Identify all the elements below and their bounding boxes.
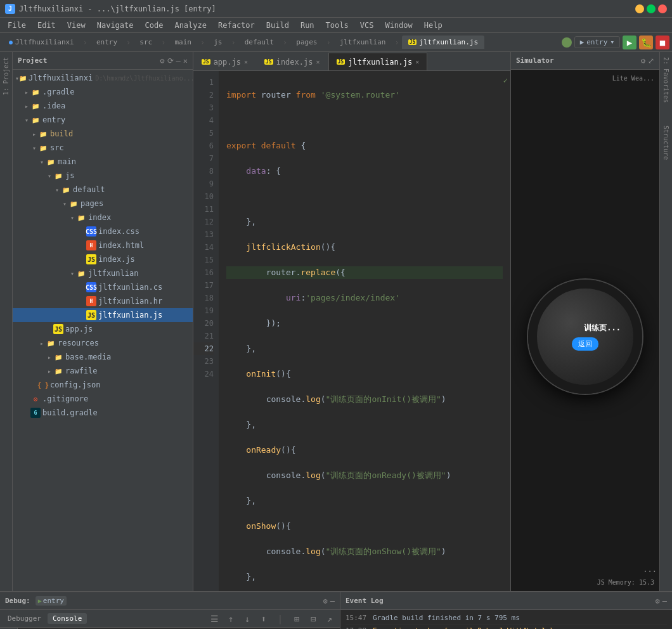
tree-item-rawfile[interactable]: ▸ 📁 rawfile: [13, 364, 193, 378]
tree-item-jltfxunlian-js[interactable]: JS jltfxunlian.js: [13, 308, 193, 322]
watch-back-button[interactable]: 返回: [572, 337, 598, 351]
tree-item-resources[interactable]: ▸ 📁 resources: [13, 336, 193, 350]
project-tab-entry[interactable]: entry: [90, 36, 124, 49]
project-tab-jltfhuxilianxi[interactable]: ● Jltfhuxilianxi: [3, 36, 81, 49]
tree-item-index-html[interactable]: H index.html: [13, 238, 193, 252]
simulator-expand-icon[interactable]: ⤢: [648, 56, 654, 65]
menu-code[interactable]: Code: [140, 20, 169, 31]
debug-settings-icon[interactable]: ⚙: [323, 597, 328, 606]
project-tab-main[interactable]: main: [168, 36, 198, 49]
tree-item-js[interactable]: ▾ 📁 js: [13, 169, 193, 183]
tree-item-jltfxunlian-html[interactable]: H jltfxunlian.hr: [13, 294, 193, 308]
tree-item-gradle-dir[interactable]: ▸ 📁 .gradle: [13, 85, 193, 99]
arrow-icon: ▾: [61, 200, 68, 207]
structure-tab[interactable]: Structure: [662, 123, 669, 162]
project-tab-default[interactable]: default: [238, 36, 280, 49]
project-tab-pages[interactable]: pages: [290, 36, 323, 49]
project-tab-js[interactable]: js: [207, 36, 228, 49]
minimize-button[interactable]: [635, 4, 644, 13]
tree-item-index-js[interactable]: JS index.js: [13, 252, 193, 266]
event-close-icon[interactable]: —: [662, 597, 667, 606]
maximize-button[interactable]: [647, 4, 656, 13]
stop-button[interactable]: ■: [656, 36, 669, 49]
menu-view[interactable]: View: [62, 20, 91, 31]
tree-item-entry[interactable]: ▾ 📁 entry: [13, 113, 193, 127]
editor-tab-jltfxunlianjs[interactable]: JS jltfxunlian.js ✕: [328, 53, 428, 70]
menu-refactor[interactable]: Refactor: [213, 20, 260, 31]
debug-tool-filter[interactable]: ⊟: [306, 611, 321, 626]
gradle-icon: G: [30, 408, 41, 418]
console-tab-btn[interactable]: Console: [48, 613, 87, 624]
menu-run[interactable]: Run: [295, 20, 320, 31]
tree-item-index-css[interactable]: CSS index.css: [13, 224, 193, 238]
simulator-panel: Simulator ⚙ ⤢ Lite Wea... 14 14 训练页... 返…: [510, 52, 659, 591]
event-row-2: 17:28 Executing tasks: [compileDebugJsWi…: [346, 625, 667, 629]
project-tab-src[interactable]: src: [133, 36, 158, 49]
debug-entry-tab[interactable]: ▶ entry: [36, 596, 67, 606]
debug-tool-up1[interactable]: ↑: [223, 611, 238, 626]
menu-edit[interactable]: Edit: [32, 20, 61, 31]
project-tab-jltfxunlian-js[interactable]: JS jltfxunlian.js: [402, 36, 484, 49]
tree-item-main[interactable]: ▾ 📁 main: [13, 155, 193, 169]
folder-icon: 📁: [68, 198, 79, 209]
tree-item-jltfxunlian-css[interactable]: CSS jltfxunlian.cs: [13, 280, 193, 294]
simulator-settings-icon[interactable]: ⚙: [641, 56, 645, 65]
debug-run-button[interactable]: 🐛: [639, 36, 653, 49]
editor-tab-indexjs[interactable]: JS index.js ✕: [256, 53, 328, 70]
tab-close-appjs[interactable]: ✕: [244, 58, 248, 65]
tree-item-app-js[interactable]: JS app.js: [13, 322, 193, 336]
run-config-selector[interactable]: ▶ entry ▾: [574, 36, 620, 48]
tree-item-pages[interactable]: ▾ 📁 pages: [13, 197, 193, 211]
tree-item-idea[interactable]: ▸ 📁 .idea: [13, 99, 193, 113]
menu-window[interactable]: Window: [380, 20, 417, 31]
menu-file[interactable]: File: [3, 20, 31, 31]
tree-item-gitignore[interactable]: ⊙ .gitignore: [13, 392, 193, 406]
tab-close-jltfxunlianjs[interactable]: ✕: [415, 58, 419, 65]
tree-item-config-json[interactable]: { } config.json: [13, 378, 193, 392]
menu-navigate[interactable]: Navigate: [92, 20, 139, 31]
sidebar-settings-icon[interactable]: ⚙: [160, 56, 164, 65]
arrow-icon: ▾: [30, 144, 38, 152]
tab-close-indexjs[interactable]: ✕: [316, 58, 320, 65]
run-button[interactable]: ▶: [623, 36, 636, 49]
menu-tools[interactable]: Tools: [321, 20, 354, 31]
tree-item-base-media[interactable]: ▸ 📁 base.media: [13, 350, 193, 364]
tree-item-root[interactable]: ▾ 📁 Jltfhuxilianxi D:\hmxmdz\Jltfhuxilia…: [13, 71, 193, 85]
debug-panel: Debug: ▶ entry ⚙ — Debugger Console ☰ ↑ …: [0, 592, 340, 629]
favorites-tab[interactable]: 2: Favorites: [662, 55, 669, 105]
debug-tool-list[interactable]: ☰: [207, 611, 222, 626]
debug-close-icon[interactable]: —: [330, 597, 335, 606]
folder-icon: 📁: [30, 115, 41, 125]
menu-analyze[interactable]: Analyze: [169, 20, 212, 31]
event-settings-icon[interactable]: ⚙: [656, 597, 660, 606]
debug-tool-up2[interactable]: ⬆: [256, 611, 271, 626]
simulator-more-icon[interactable]: ···: [643, 567, 657, 576]
debug-tool-down1[interactable]: ↓: [240, 611, 255, 626]
project-tab-jltfxunlian-folder[interactable]: jltfxunlian: [333, 36, 392, 49]
menu-help[interactable]: Help: [419, 20, 448, 31]
tree-item-build-gradle[interactable]: G build.gradle: [13, 406, 193, 420]
sidebar-sync-icon[interactable]: ⟳: [167, 56, 174, 65]
tree-item-default[interactable]: ▾ 📁 default: [13, 183, 193, 197]
watch-frame: 14 14 训练页... 返回: [528, 280, 642, 394]
tree-item-src[interactable]: ▾ 📁 src: [13, 141, 193, 155]
close-button[interactable]: [658, 4, 667, 13]
js-icon: JS: [53, 324, 63, 334]
event-log-title: Event Log: [346, 597, 384, 605]
debug-tool-export[interactable]: ↗: [322, 611, 337, 626]
tree-item-jltfxunlian-folder[interactable]: ▾ 📁 jltfxunlian: [13, 266, 193, 280]
editor-tab-appjs[interactable]: JS app.js ✕: [193, 53, 256, 70]
sidebar-collapse-icon[interactable]: —: [176, 56, 181, 65]
menu-vcs[interactable]: VCS: [355, 20, 379, 31]
line-num: 2: [193, 89, 214, 101]
debugger-tab-btn[interactable]: Debugger: [3, 613, 46, 624]
project-panel-tab[interactable]: 1: Project: [3, 55, 10, 98]
sidebar-close-icon[interactable]: ✕: [183, 56, 188, 65]
tree-item-index-folder[interactable]: ▾ 📁 index: [13, 211, 193, 224]
code-editor-content[interactable]: import router from '@system.router' expo…: [219, 71, 510, 591]
tree-item-build[interactable]: ▸ 📁 build: [13, 127, 193, 141]
debug-tool-grid[interactable]: ⊞: [289, 611, 304, 626]
tree-label: base.media: [65, 353, 111, 361]
watch-mark-bottom: 14: [621, 377, 627, 382]
menu-build[interactable]: Build: [261, 20, 294, 31]
